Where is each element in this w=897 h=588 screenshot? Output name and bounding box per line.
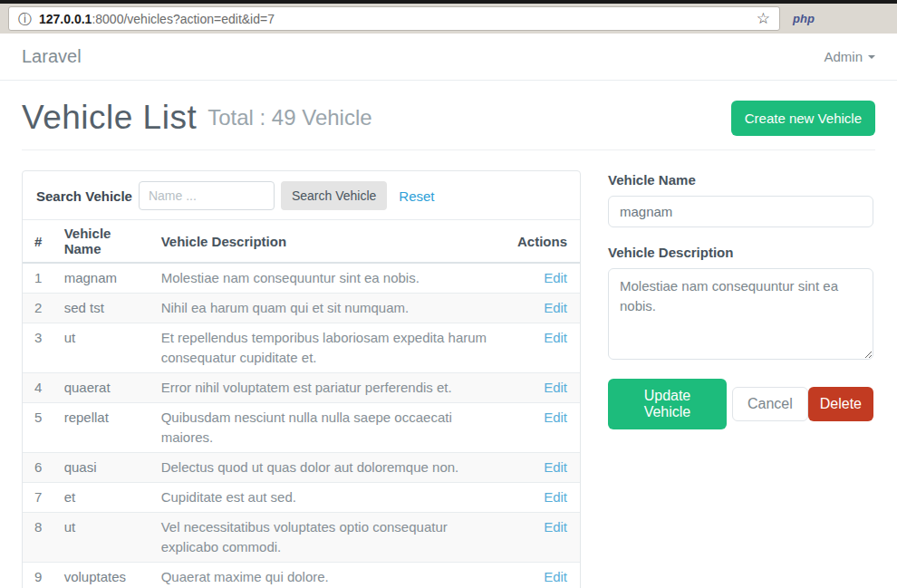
row-number: 6 xyxy=(23,453,57,483)
edit-link[interactable]: Edit xyxy=(544,380,567,395)
brand-laravel[interactable]: Laravel xyxy=(22,46,82,67)
edit-link[interactable]: Edit xyxy=(544,459,567,475)
main-content: Vehicle List Total : 49 Vehicle Create n… xyxy=(0,99,897,588)
vehicle-description-cell: Vel necessitatibus voluptates optio cons… xyxy=(154,513,510,563)
vehicle-description-label: Vehicle Description xyxy=(608,245,873,260)
url-path: :8000/vehicles?action=edit&id=7 xyxy=(92,12,275,26)
table-row: 2 sed tst Nihil ea harum quam qui et sit… xyxy=(23,294,580,323)
row-number: 5 xyxy=(23,403,57,453)
edit-link[interactable]: Edit xyxy=(544,569,567,584)
col-header-description: Vehicle Description xyxy=(154,220,510,264)
header-divider xyxy=(22,149,875,150)
table-row: 3 ut Et repellendus temporibus laboriosa… xyxy=(23,323,580,373)
search-bar: Search Vehicle Search Vehicle Reset xyxy=(23,171,580,219)
vehicle-name-label: Vehicle Name xyxy=(608,172,873,188)
edit-vehicle-form: Vehicle Name Vehicle Description Molesti… xyxy=(608,170,873,429)
row-number: 2 xyxy=(23,294,57,323)
col-header-actions: Actions xyxy=(510,220,580,264)
edit-link[interactable]: Edit xyxy=(544,330,567,345)
table-row: 4 quaerat Error nihil voluptatem est par… xyxy=(23,373,580,403)
vehicle-name-cell: ut xyxy=(57,513,154,563)
vehicle-table: # Vehicle Name Vehicle Description Actio… xyxy=(23,219,580,588)
bookmark-star-icon[interactable]: ☆ xyxy=(757,11,770,26)
vehicle-name-cell: sed tst xyxy=(57,294,154,323)
table-row: 6 quasi Delectus quod ut quas dolor aut … xyxy=(23,453,580,483)
php-extension-icon[interactable]: php xyxy=(793,12,815,25)
vehicle-description-cell: Molestiae nam consequuntur sint ea nobis… xyxy=(154,263,510,294)
edit-link[interactable]: Edit xyxy=(544,519,567,535)
update-vehicle-button[interactable]: Update Vehicle xyxy=(608,379,727,429)
vehicle-name-cell: ut xyxy=(57,323,154,373)
edit-link[interactable]: Edit xyxy=(544,300,567,315)
vehicle-description-cell: Quibusdam nesciunt nulla nulla saepe occ… xyxy=(154,403,510,453)
col-header-name: Vehicle Name xyxy=(57,220,154,264)
edit-link[interactable]: Edit xyxy=(544,410,567,425)
table-row: 8 ut Vel necessitatibus voluptates optio… xyxy=(23,513,580,563)
address-bar[interactable]: ⓘ 127.0.0.1:8000/vehicles?action=edit&id… xyxy=(8,6,780,31)
col-header-number: # xyxy=(23,220,57,264)
cancel-button[interactable]: Cancel xyxy=(732,387,808,421)
vehicle-name-cell: magnam xyxy=(57,263,154,294)
row-number: 8 xyxy=(23,513,57,563)
vehicle-list-card: Search Vehicle Search Vehicle Reset # Ve… xyxy=(22,170,581,588)
row-number: 1 xyxy=(23,263,57,294)
search-label: Search Vehicle xyxy=(36,188,132,204)
vehicle-description-cell: Error nihil voluptatem est pariatur perf… xyxy=(154,373,510,403)
vehicle-name-field[interactable] xyxy=(608,196,873,227)
vehicle-name-cell: quaerat xyxy=(57,373,154,403)
url-host: 127.0.0.1 xyxy=(39,12,92,26)
row-number: 9 xyxy=(23,563,57,588)
vehicle-name-cell: voluptates xyxy=(57,563,154,588)
page-header: Vehicle List Total : 49 Vehicle Create n… xyxy=(22,99,875,137)
create-new-vehicle-button[interactable]: Create new Vehicle xyxy=(731,101,875,136)
vehicle-description-cell: Cupiditate est aut sed. xyxy=(154,483,510,513)
vehicle-name-cell: quasi xyxy=(57,453,154,483)
browser-chrome: ⓘ 127.0.0.1:8000/vehicles?action=edit&id… xyxy=(0,0,897,34)
vehicle-name-cell: et xyxy=(57,483,154,513)
admin-dropdown-label: Admin xyxy=(824,49,863,64)
table-row: 9 voluptates Quaerat maxime qui dolore. … xyxy=(23,563,580,588)
total-count-label: Total : 49 Vehicle xyxy=(207,105,371,130)
chevron-down-icon xyxy=(868,55,875,59)
vehicle-description-cell: Quaerat maxime qui dolore. xyxy=(154,563,510,588)
vehicle-description-cell: Et repellendus temporibus laboriosam exp… xyxy=(154,323,510,373)
admin-dropdown[interactable]: Admin xyxy=(824,49,875,64)
row-number: 4 xyxy=(23,373,57,403)
vehicle-description-field[interactable]: Molestiae nam consequuntur sint ea nobis… xyxy=(608,268,873,360)
edit-link[interactable]: Edit xyxy=(544,489,567,505)
vehicle-description-cell: Delectus quod ut quas dolor aut doloremq… xyxy=(154,453,510,483)
delete-button[interactable]: Delete xyxy=(808,387,873,421)
url-text: 127.0.0.1:8000/vehicles?action=edit&id=7 xyxy=(39,12,275,26)
table-row: 7 et Cupiditate est aut sed. Edit xyxy=(23,483,580,513)
vehicle-description-cell: Nihil ea harum quam qui et sit numquam. xyxy=(154,294,510,323)
vehicle-name-cell: repellat xyxy=(57,403,154,453)
table-row: 5 repellat Quibusdam nesciunt nulla null… xyxy=(23,403,580,453)
edit-link[interactable]: Edit xyxy=(544,270,567,285)
browser-toolbar: ⓘ 127.0.0.1:8000/vehicles?action=edit&id… xyxy=(0,4,897,34)
app-navbar: Laravel Admin xyxy=(0,34,897,81)
form-buttons: Update Vehicle Cancel Delete xyxy=(608,379,873,429)
page-info-icon[interactable]: ⓘ xyxy=(18,12,32,25)
row-number: 3 xyxy=(23,323,57,373)
page-title: Vehicle List xyxy=(22,99,197,137)
row-number: 7 xyxy=(23,483,57,513)
table-row: 1 magnam Molestiae nam consequuntur sint… xyxy=(23,263,580,294)
table-header-row: # Vehicle Name Vehicle Description Actio… xyxy=(23,220,580,264)
search-input[interactable] xyxy=(139,181,275,210)
reset-link[interactable]: Reset xyxy=(399,188,434,204)
search-vehicle-button[interactable]: Search Vehicle xyxy=(281,181,387,210)
